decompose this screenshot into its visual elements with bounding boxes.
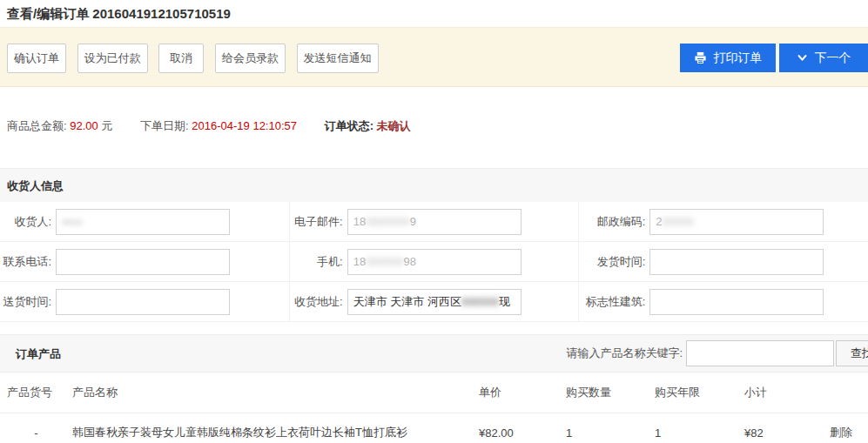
product-row: - 韩国春秋亲子装母女儿童韩版纯棉条纹衫上衣荷叶边长袖T恤打底衫 ¥82.00 …: [0, 413, 868, 443]
delivery-time-label: 送货时间:: [0, 294, 51, 310]
order-status-label: 订单状态:: [325, 119, 373, 132]
product-years: 1: [648, 413, 737, 443]
section-gap: [0, 322, 868, 334]
address-label: 收货地址:: [290, 294, 343, 310]
product-qty: 1: [559, 413, 648, 443]
order-total-value: 92.00: [70, 119, 98, 132]
ship-time-input[interactable]: [649, 249, 824, 275]
ship-time-label: 发货时间:: [579, 254, 645, 270]
order-date: 下单日期: 2016-04-19 12:10:57: [140, 119, 300, 132]
products-section-header-bar: 订单产品 请输入产品名称关键字: 查找: [0, 334, 868, 373]
cancel-button[interactable]: 取消: [158, 44, 204, 73]
product-search: 请输入产品名称关键字: 查找: [566, 340, 868, 366]
print-order-label: 打印订单: [714, 50, 763, 66]
next-order-label: 下一个: [815, 50, 851, 66]
redacted-value: ●●●: [62, 215, 83, 228]
landmark-input[interactable]: [649, 289, 824, 315]
confirm-order-button[interactable]: 确认订单: [7, 44, 66, 73]
product-name: 韩国春秋亲子装母女儿童韩版纯棉条纹衫上衣荷叶边长袖T恤打底衫: [65, 413, 472, 443]
toolbar: 确认订单 设为已付款 取消 给会员录款 发送短信通知 打印订单: [0, 27, 868, 87]
redacted-value: 888888: [461, 295, 499, 308]
products-section-title: 订单产品: [16, 347, 61, 360]
col-years: 购买年限: [648, 373, 737, 413]
product-search-input[interactable]: [686, 340, 834, 366]
consignee-name-label: 收货人:: [0, 214, 51, 230]
col-qty: 购买数量: [559, 373, 648, 413]
phone-label: 联系电话:: [0, 254, 51, 270]
product-search-button[interactable]: 查找: [836, 340, 868, 366]
order-status: 订单状态: 未确认: [325, 119, 411, 132]
order-date-value: 2016-04-19 12:10:57: [192, 119, 297, 132]
redacted-value: 88888: [663, 215, 694, 228]
zip-input[interactable]: 288888: [649, 209, 824, 235]
product-sku: -: [0, 413, 65, 443]
consignee-name-input[interactable]: ●●●: [56, 209, 230, 235]
zip-label: 邮政编码:: [579, 214, 645, 230]
product-subtotal: ¥82: [737, 413, 816, 443]
page-title: 查看/编辑订单 2016041912105710519: [0, 0, 868, 27]
consignee-form: 收货人: ●●● 电子邮件: 1888888889 邮政编码: 288888 联…: [0, 202, 868, 322]
record-payment-button[interactable]: 给会员录款: [215, 44, 286, 73]
order-date-label: 下单日期:: [140, 119, 189, 132]
mobile-label: 手机:: [290, 254, 343, 270]
next-order-button[interactable]: 下一个: [779, 44, 868, 72]
col-subtotal: 小计: [737, 373, 816, 413]
landmark-label: 标志性建筑:: [579, 294, 645, 310]
address-input[interactable]: 天津市 天津市 河西区888888现: [347, 289, 521, 315]
print-order-button[interactable]: 打印订单: [680, 44, 776, 72]
order-total-label: 商品总金额:: [7, 119, 67, 132]
delivery-time-input[interactable]: [56, 289, 230, 315]
email-label: 电子邮件:: [290, 214, 343, 230]
col-actions: [816, 373, 868, 413]
product-price: ¥82.00: [472, 413, 559, 443]
send-sms-button[interactable]: 发送短信通知: [297, 44, 379, 73]
email-input[interactable]: 1888888889: [347, 209, 521, 235]
col-price: 单价: [472, 373, 559, 413]
order-total-unit: 元: [101, 119, 112, 132]
col-sku: 产品货号: [0, 373, 65, 413]
products-table: 产品货号 产品名称 单价 购买数量 购买年限 小计 - 韩国春秋亲子装母女儿童韩…: [0, 373, 868, 443]
set-paid-button[interactable]: 设为已付款: [77, 44, 148, 73]
order-summary: 商品总金额: 92.00 元 下单日期: 2016-04-19 12:10:57…: [0, 87, 868, 168]
phone-input[interactable]: [56, 249, 230, 275]
mobile-input[interactable]: 1888888898: [347, 249, 521, 275]
delete-product-link[interactable]: 删除: [823, 426, 852, 439]
redacted-value: 888888: [366, 255, 403, 268]
redacted-value: 8888888: [366, 215, 410, 228]
col-name: 产品名称: [65, 373, 472, 413]
printer-icon: [694, 51, 707, 64]
chevron-down-icon: [797, 52, 808, 64]
consignee-section-header: 收货人信息: [0, 168, 868, 202]
order-total: 商品总金额: 92.00 元: [7, 119, 116, 132]
products-table-header-row: 产品货号 产品名称 单价 购买数量 购买年限 小计: [0, 373, 868, 413]
order-status-value: 未确认: [377, 119, 411, 132]
product-search-label: 请输入产品名称关键字:: [566, 334, 683, 373]
